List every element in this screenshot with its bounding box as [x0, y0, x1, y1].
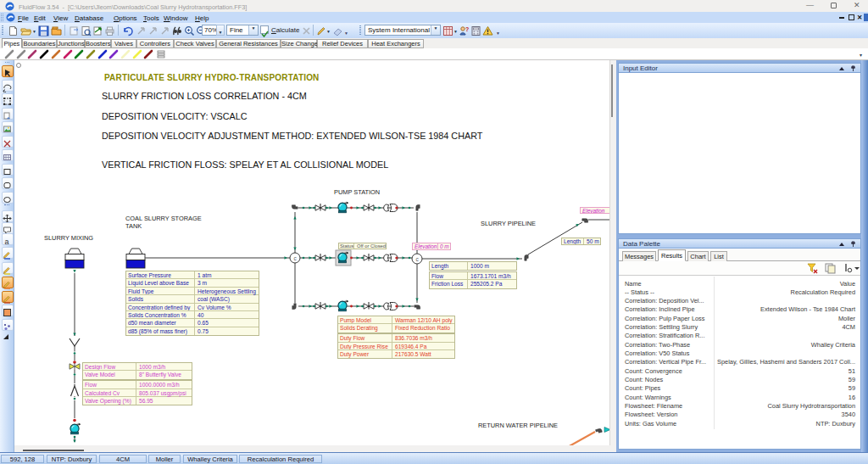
svg-text:?: ?: [465, 26, 469, 32]
svg-text:a: a: [4, 238, 8, 246]
